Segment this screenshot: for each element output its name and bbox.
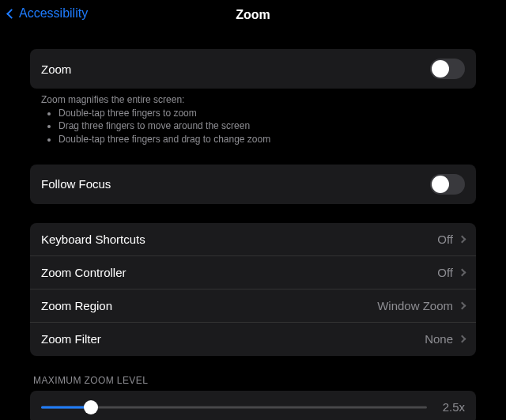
toggle-knob-icon [432, 176, 449, 193]
slider-track-icon [41, 406, 427, 408]
zoom-row[interactable]: Zoom [30, 49, 476, 89]
zoom-help-item: Double-tap three fingers to zoom [59, 107, 465, 119]
zoom-help: Zoom magnifies the entire screen: Double… [30, 89, 476, 146]
chevron-left-icon [6, 9, 17, 19]
zoom-filter-row[interactable]: Zoom Filter None [30, 323, 476, 356]
zoom-region-row[interactable]: Zoom Region Window Zoom [30, 289, 476, 323]
back-button[interactable]: Accessibility [8, 6, 88, 21]
toggle-knob-icon [432, 60, 449, 78]
zoom-controller-row[interactable]: Zoom Controller Off [30, 256, 476, 289]
row-value: Window Zoom [377, 299, 453, 312]
row-label: Zoom Filter [41, 332, 101, 346]
chevron-right-icon [459, 301, 466, 309]
row-value: Off [437, 266, 453, 279]
slider-header: MAXIMUM ZOOM LEVEL [30, 375, 476, 391]
slider-thumb-icon [84, 400, 98, 414]
slider-value: 2.5x [438, 400, 465, 414]
options-list: Keyboard Shortcuts Off Zoom Controller O… [30, 223, 476, 356]
row-label: Zoom Region [41, 299, 112, 312]
follow-focus-row[interactable]: Follow Focus [30, 165, 476, 204]
row-value: None [425, 332, 453, 346]
chevron-right-icon [459, 335, 466, 343]
zoom-help-item: Drag three fingers to move around the sc… [59, 119, 465, 132]
zoom-toggle[interactable] [430, 59, 465, 79]
zoom-label: Zoom [41, 62, 71, 76]
chevron-right-icon [459, 268, 466, 276]
follow-focus-label: Follow Focus [41, 177, 111, 191]
page-title: Zoom [236, 8, 270, 22]
row-value: Off [437, 233, 453, 246]
header: Accessibility Zoom [0, 0, 506, 30]
keyboard-shortcuts-row[interactable]: Keyboard Shortcuts Off [30, 223, 476, 256]
row-label: Zoom Controller [41, 266, 126, 279]
zoom-help-item: Double-tap three fingers and drag to cha… [59, 133, 465, 146]
back-label: Accessibility [19, 6, 88, 21]
row-label: Keyboard Shortcuts [41, 233, 145, 246]
max-zoom-row: 2.5x [30, 391, 476, 420]
zoom-help-intro: Zoom magnifies the entire screen: [41, 93, 465, 106]
chevron-right-icon [459, 235, 466, 243]
max-zoom-slider[interactable] [41, 400, 427, 414]
follow-focus-toggle[interactable] [430, 174, 465, 195]
